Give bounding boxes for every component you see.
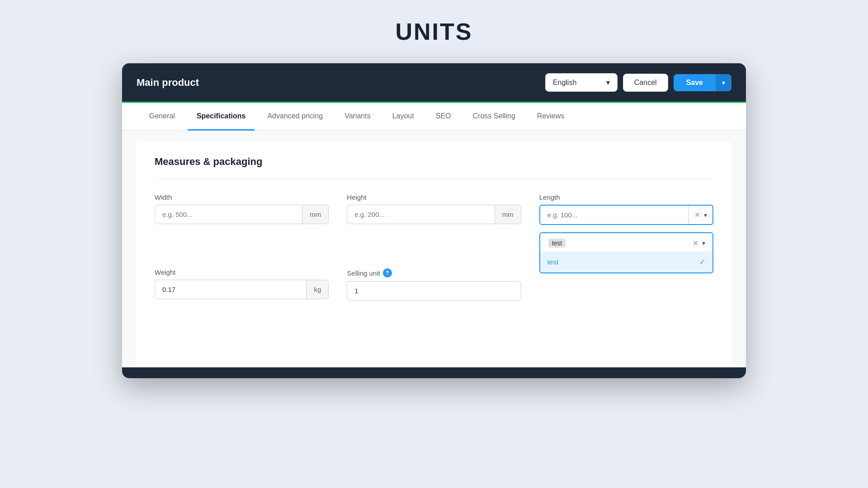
length-chevron-icon[interactable]: ▾ xyxy=(704,211,707,219)
length-input[interactable] xyxy=(540,206,689,224)
length-clear-icon[interactable]: ✕ xyxy=(694,211,700,219)
length-label: Length xyxy=(539,193,713,201)
save-button-group: Save ▾ xyxy=(674,74,731,91)
selling-unit-input-wrapper xyxy=(347,281,521,300)
modal-container: Main product English ▾ Cancel Save ▾ Gen… xyxy=(122,63,746,378)
weight-unit: kg xyxy=(306,280,328,299)
tab-variants[interactable]: Variants xyxy=(335,103,380,131)
language-selector[interactable]: English ▾ xyxy=(545,73,618,92)
tab-reviews[interactable]: Reviews xyxy=(528,103,573,131)
length-selected-chevron-icon[interactable]: ▾ xyxy=(702,239,705,247)
section-divider xyxy=(155,178,713,179)
weight-input-wrapper: kg xyxy=(155,280,329,299)
tab-general[interactable]: General xyxy=(140,103,184,131)
fields-row-1: Width mm Height mm Length xyxy=(155,193,713,254)
length-dropdown-item-label: test xyxy=(547,258,558,266)
content-area: Measures & packaging Width mm Height xyxy=(137,141,731,367)
weight-label: Weight xyxy=(155,268,329,276)
modal-title: Main product xyxy=(137,77,199,89)
height-label: Height xyxy=(347,193,521,201)
section-title: Measures & packaging xyxy=(155,156,713,168)
header-actions: English ▾ Cancel Save ▾ xyxy=(545,73,731,92)
tab-layout[interactable]: Layout xyxy=(383,103,423,131)
length-field-group: Length ✕ ▾ test ✓ xyxy=(539,193,713,254)
selling-unit-input[interactable] xyxy=(347,282,520,300)
save-chevron-button[interactable]: ▾ xyxy=(716,74,731,91)
tabs-container: General Specifications Advanced pricing … xyxy=(122,103,746,131)
language-chevron-icon: ▾ xyxy=(606,78,610,87)
width-unit: mm xyxy=(302,205,328,224)
length-dropdown-item-test[interactable]: test ✓ xyxy=(540,251,712,272)
width-label: Width xyxy=(155,193,329,201)
height-input-wrapper: mm xyxy=(347,205,521,224)
tab-specifications[interactable]: Specifications xyxy=(188,103,255,131)
modal-body: General Specifications Advanced pricing … xyxy=(122,103,746,367)
width-input-wrapper: mm xyxy=(155,205,329,224)
length-selected-tag: test xyxy=(548,239,566,248)
length-dropdown-check-icon: ✓ xyxy=(699,258,705,266)
length-unit-area: ✕ ▾ xyxy=(689,206,712,224)
save-button[interactable]: Save xyxy=(674,74,716,91)
length-input-box: ✕ ▾ xyxy=(539,205,713,225)
page-title: UNITS xyxy=(396,18,473,45)
weight-input[interactable] xyxy=(155,280,306,299)
weight-field-group: Weight kg xyxy=(155,268,329,300)
selling-unit-label: Selling unit ? xyxy=(347,268,521,277)
tab-cross-selling[interactable]: Cross Selling xyxy=(464,103,524,131)
length-selected-clear-icon[interactable]: ✕ xyxy=(693,239,698,248)
width-input[interactable] xyxy=(155,205,302,224)
modal-header: Main product English ▾ Cancel Save ▾ xyxy=(122,63,746,102)
tab-advanced-pricing[interactable]: Advanced pricing xyxy=(258,103,332,131)
language-value: English xyxy=(553,79,576,87)
height-field-group: Height mm xyxy=(347,193,521,254)
length-dropdown-menu: test ✓ xyxy=(539,251,713,273)
height-input[interactable] xyxy=(347,205,494,224)
selling-unit-field-group: Selling unit ? xyxy=(347,268,521,300)
tab-seo[interactable]: SEO xyxy=(427,103,460,131)
width-field-group: Width mm xyxy=(155,193,329,254)
height-unit: mm xyxy=(495,205,521,224)
cancel-button[interactable]: Cancel xyxy=(623,74,668,92)
selling-unit-help-icon[interactable]: ? xyxy=(383,268,392,277)
